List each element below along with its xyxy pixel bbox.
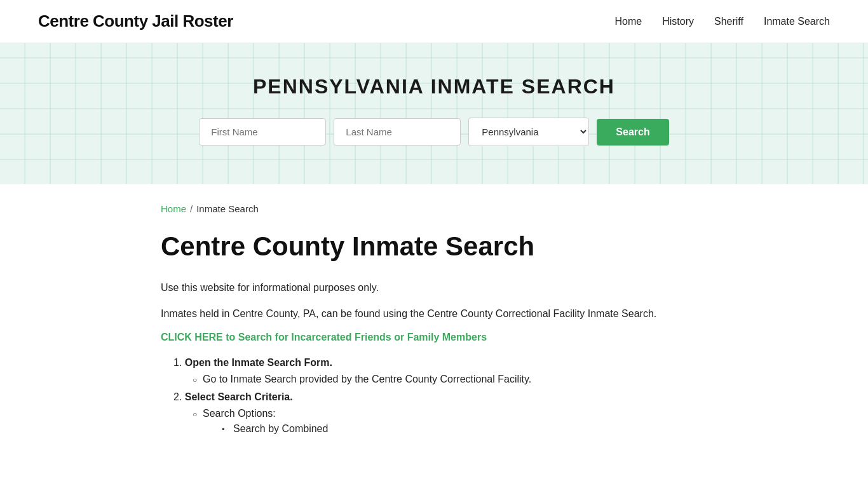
step-2: 2. Select Search Criteria. Search Option… xyxy=(173,391,707,435)
main-content: Home / Inmate Search Centre County Inmat… xyxy=(123,184,745,479)
step-1-sub-list: Go to Inmate Search provided by the Cent… xyxy=(173,374,707,385)
last-name-input[interactable] xyxy=(334,118,461,146)
page-heading: Centre County Inmate Search xyxy=(161,232,707,261)
hero-title: PENNSYLVANIA INMATE SEARCH xyxy=(13,75,855,98)
nav-inmate-search[interactable]: Inmate Search xyxy=(764,16,830,27)
step-2-sub-sub-list: Search by Combined xyxy=(203,423,707,435)
breadcrumb-home-link[interactable]: Home xyxy=(161,203,186,214)
search-button[interactable]: Search xyxy=(597,119,668,146)
step-1-sub-item-1-text: Go to Inmate Search provided by the Cent… xyxy=(203,374,531,384)
step-2-sub-sub-item-1: Search by Combined xyxy=(222,423,707,435)
paragraph-2: Inmates held in Centre County, PA, can b… xyxy=(161,305,707,322)
step-2-label: Select Search Criteria. xyxy=(185,391,293,402)
step-2-number: 2. xyxy=(173,391,185,402)
nav-sheriff[interactable]: Sheriff xyxy=(714,16,743,27)
steps-list: 1. Open the Inmate Search Form. Go to In… xyxy=(161,357,707,435)
breadcrumb: Home / Inmate Search xyxy=(161,203,707,214)
inmate-search-form: PennsylvaniaAlabamaAlaskaArizonaArkansas… xyxy=(13,118,855,146)
step-1-sub-item-1: Go to Inmate Search provided by the Cent… xyxy=(193,374,707,385)
hero-section: PENNSYLVANIA INMATE SEARCH PennsylvaniaA… xyxy=(0,43,868,184)
step-1: 1. Open the Inmate Search Form. Go to In… xyxy=(173,357,707,385)
paragraph-1: Use this website for informational purpo… xyxy=(161,279,707,296)
step-2-sub-item-1-text: Search Options: xyxy=(203,408,276,419)
first-name-input[interactable] xyxy=(199,118,326,146)
state-select[interactable]: PennsylvaniaAlabamaAlaskaArizonaArkansas… xyxy=(468,118,589,146)
cta-link[interactable]: CLICK HERE to Search for Incarcerated Fr… xyxy=(161,332,487,343)
step-2-sub-sub-item-1-text: Search by Combined xyxy=(233,423,328,434)
breadcrumb-current: Inmate Search xyxy=(196,203,259,214)
site-header: Centre County Jail Roster Home History S… xyxy=(0,0,868,43)
nav-home[interactable]: Home xyxy=(615,16,642,27)
step-2-sub-item-1: Search Options: Search by Combined xyxy=(193,408,707,435)
main-nav: Home History Sheriff Inmate Search xyxy=(615,16,830,27)
step-1-number: 1. xyxy=(173,357,185,368)
step-1-label: Open the Inmate Search Form. xyxy=(185,357,332,368)
site-title: Centre County Jail Roster xyxy=(38,11,233,31)
step-2-sub-list: Search Options: Search by Combined xyxy=(173,408,707,435)
breadcrumb-separator: / xyxy=(190,203,193,214)
nav-history[interactable]: History xyxy=(662,16,694,27)
